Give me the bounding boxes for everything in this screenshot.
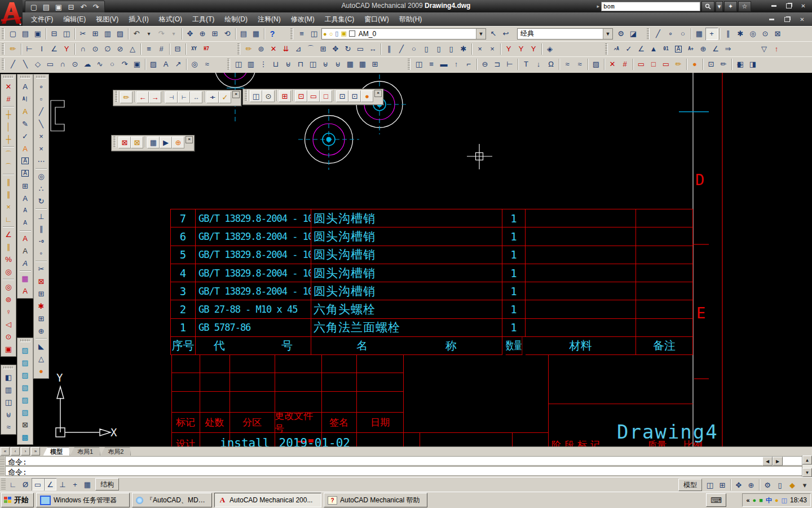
scale-icon[interactable]: ▭ [354, 43, 367, 55]
arc-dimension-icon[interactable]: ∩ [77, 43, 89, 55]
parallel-lines2-icon[interactable]: ∥ [2, 188, 15, 200]
partial-view-icon[interactable]: ◨ [747, 58, 759, 71]
menu-view[interactable]: 视图(V) [91, 13, 123, 26]
favorites-star-icon[interactable]: ☆ [738, 1, 751, 12]
toolbar-grip[interactable] [115, 91, 118, 102]
workspace-dropdown-caret-icon[interactable]: ▼ [603, 29, 612, 39]
tab-model[interactable]: 模型 [43, 447, 70, 456]
edit-leader-icon[interactable]: ∠ [635, 43, 647, 55]
baseline-dimension-icon[interactable]: ≡ [143, 43, 155, 55]
drawing-canvas[interactable]: Y X D E 7GB/T 13829.8-2004 - 10 x 30圆头沟槽… [0, 73, 812, 446]
layer-properties-icon[interactable]: ≡ [295, 28, 308, 40]
circle-group-icon[interactable]: ⊚ [2, 293, 15, 305]
edit-sheet-icon[interactable]: ✏ [717, 58, 730, 71]
close-button[interactable]: ✕ [797, 2, 810, 10]
tab-layout1[interactable]: 布局1 [70, 447, 100, 456]
toolbar-grip[interactable] [36, 76, 46, 78]
statusbar-grip[interactable] [1, 479, 6, 490]
osnap-settings-icon[interactable]: ✱ [734, 28, 747, 40]
text-outline-icon[interactable]: A [19, 244, 32, 257]
hatch-grid-icon[interactable]: # [2, 93, 15, 105]
arc-icon[interactable]: ∩ [56, 58, 69, 71]
layer-previous-icon[interactable]: ↩ [500, 28, 512, 40]
toolbar-grip[interactable] [227, 59, 230, 70]
edit-polyline-icon[interactable]: ▯ [420, 43, 433, 55]
join-icon[interactable]: ○ [408, 43, 420, 55]
detach-dim-icon[interactable]: ⊢ [178, 91, 190, 103]
align-dim-icon[interactable]: ⊣⊢ [206, 91, 219, 103]
redo-caret-icon[interactable]: ▾ [167, 28, 180, 40]
minimize-button[interactable] [767, 2, 780, 10]
antivirus-tray-icon[interactable]: ● [753, 497, 757, 503]
circle-icon[interactable]: ⊙ [69, 58, 81, 71]
shaft-break-icon[interactable]: ⊎ [282, 58, 294, 71]
tray-collapse-icon[interactable]: « [746, 497, 749, 503]
rotate-icon[interactable]: ↻ [342, 43, 354, 55]
check-dim-icon[interactable]: ✓ [219, 91, 231, 103]
zoom-window-icon[interactable]: ⊞ [209, 28, 221, 40]
triangle-line-icon[interactable]: △ [35, 352, 47, 365]
scale-area-icon[interactable]: ▭ [307, 90, 320, 102]
hole-center-icon[interactable]: ◎ [35, 170, 47, 182]
keyboard-icon[interactable]: ⌨ [706, 493, 726, 507]
arc-annotation-icon[interactable]: ⌒ [2, 148, 15, 160]
task-windows-task-manager[interactable]: Windows 任务管理器 [36, 493, 130, 507]
nut-bolt-icon[interactable]: ⊎ [332, 58, 344, 71]
help-icon[interactable]: ? [266, 28, 279, 40]
doc-restore-button[interactable] [780, 15, 793, 24]
command-scroll-up-icon[interactable]: ▲ [802, 456, 812, 465]
dimension-break-icon[interactable]: ⊟ [171, 43, 184, 55]
break-point-icon[interactable]: ∘ [35, 80, 47, 93]
circle-mark-icon[interactable]: ◎ [2, 265, 15, 278]
power-view-icon[interactable]: ⇊ [280, 43, 292, 55]
model-space-button[interactable]: 模型 [678, 479, 702, 491]
line-tool-icon[interactable]: ╱ [652, 28, 664, 40]
bearing-generator-icon[interactable]: ◫ [2, 396, 15, 408]
layer-plot-icon[interactable]: ▣ [341, 30, 346, 37]
centerline-cross-icon[interactable]: ⋮ [257, 58, 270, 71]
annotation-scale-icon[interactable]: ◆ [786, 479, 798, 491]
power-copy-icon[interactable]: ⊚ [255, 43, 267, 55]
viewport-icon[interactable]: ▦ [693, 28, 705, 40]
bearing-icon[interactable]: ⊓ [294, 58, 307, 71]
chain-dimension-icon[interactable]: # [155, 43, 167, 55]
rotate-node-icon[interactable]: ↻ [35, 195, 47, 207]
tab-first-icon[interactable]: « [1, 447, 10, 456]
command-scrollbar[interactable]: ▲ ▼ [802, 456, 812, 477]
sheet-copy-icon[interactable]: ⊡ [348, 90, 361, 102]
fits-list-icon[interactable]: ⊐ [491, 58, 504, 71]
bearing-calculation-icon[interactable]: ⊢ [504, 58, 516, 71]
parallel-node-icon[interactable]: ∥ [35, 222, 47, 235]
screw-calc-icon[interactable]: T [520, 58, 532, 71]
donut-icon[interactable]: ◎ [188, 58, 201, 71]
multiline-text-icon[interactable]: A [160, 58, 172, 71]
infocenter-expand-arrow-icon[interactable]: ▸ [597, 3, 599, 9]
triangle-fill-icon[interactable]: ◣ [35, 340, 47, 352]
offset-icon[interactable]: ∥ [383, 43, 395, 55]
gear-icon[interactable]: ▦ [344, 58, 356, 71]
undo-icon[interactable]: ↶ [130, 28, 143, 40]
toolbar-grip[interactable] [647, 28, 650, 40]
profile-section-icon[interactable]: ◫ [413, 58, 425, 71]
steering-wheel-icon[interactable]: ⚙ [761, 479, 774, 491]
view-cube-icon[interactable]: ◈ [544, 43, 556, 55]
text-style-icon[interactable]: A [19, 142, 32, 155]
open-file-icon[interactable]: ▤ [40, 1, 52, 13]
toolbar-grip[interactable] [237, 43, 240, 55]
jogged-dimension-icon[interactable]: ∅ [102, 43, 114, 55]
update-view-icon[interactable]: ● [361, 90, 373, 102]
shaft-calculation-icon[interactable]: ⊖ [479, 58, 491, 71]
toolbar-grip[interactable] [245, 90, 248, 101]
line-node-icon[interactable]: ╲ [35, 117, 47, 130]
side-view-icon[interactable]: ◫ [232, 58, 245, 71]
parallel-lines-icon[interactable]: ∥ [2, 176, 15, 188]
line-icon[interactable]: ╱ [7, 58, 19, 71]
block-arrange-icon[interactable]: ⊞ [19, 179, 32, 192]
toolbar-grip[interactable] [2, 43, 5, 55]
screen-menu-icon[interactable]: ◧ [734, 58, 747, 71]
print-preview-icon[interactable]: ◫ [60, 28, 73, 40]
snap-cycle-icon[interactable]: × [486, 43, 498, 55]
menu-toolsets[interactable]: 工具集(C) [320, 13, 360, 26]
aligned-dimension-icon[interactable]: ∠ [48, 43, 60, 55]
leader-note-icon[interactable]: ↗A [610, 43, 623, 55]
